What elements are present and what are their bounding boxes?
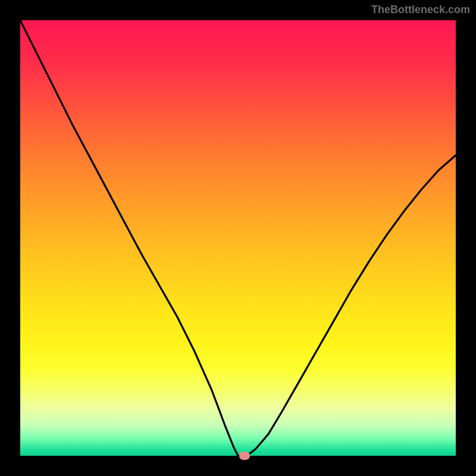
optimum-marker (239, 452, 250, 460)
plot-area (20, 20, 456, 456)
watermark-text: TheBottleneck.com (371, 4, 470, 16)
bottleneck-curve (20, 20, 456, 456)
chart-frame: TheBottleneck.com (0, 0, 476, 476)
